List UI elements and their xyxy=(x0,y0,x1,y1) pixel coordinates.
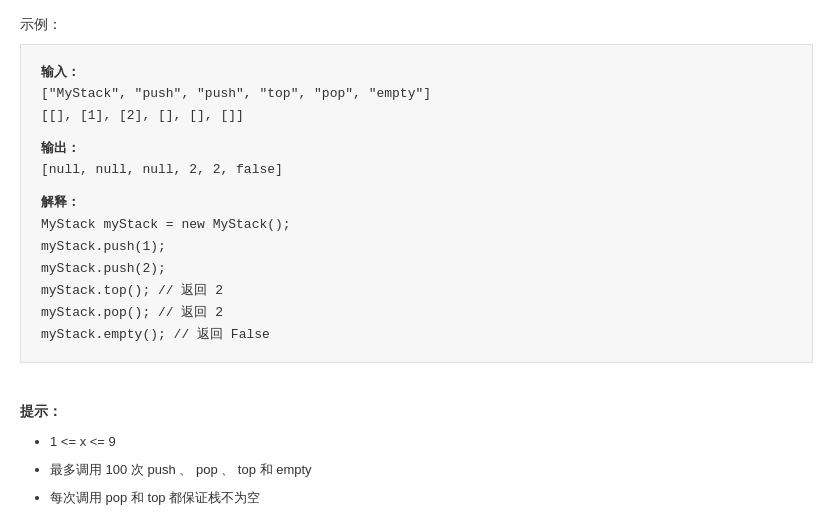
input-line2-text: [[], [1], [2], [], [], []] xyxy=(41,108,244,123)
input-line1: ["MyStack", "push", "push", "top", "pop"… xyxy=(41,83,792,105)
output-label: 输出： xyxy=(41,137,792,159)
input-label-text: 输入： xyxy=(41,64,80,79)
output-line-text: [null, null, null, 2, 2, false] xyxy=(41,162,283,177)
section-title-text: 示例： xyxy=(20,16,62,32)
explain-line-1: myStack.push(1); xyxy=(41,236,792,258)
hints-list: 1 <= x <= 9最多调用 100 次 push 、 pop 、 top 和… xyxy=(20,429,813,511)
explain-line-4: myStack.pop(); // 返回 2 xyxy=(41,302,792,324)
output-label-text: 输出： xyxy=(41,140,80,155)
section-title: 示例： xyxy=(20,16,813,34)
hints-title: 提示： xyxy=(20,403,813,421)
explain-line-3: myStack.top(); // 返回 2 xyxy=(41,280,792,302)
explain-label: 解释： xyxy=(41,191,792,213)
input-line1-text: ["MyStack", "push", "push", "top", "pop"… xyxy=(41,86,431,101)
output-line: [null, null, null, 2, 2, false] xyxy=(41,159,792,181)
explain-line-2: myStack.push(2); xyxy=(41,258,792,280)
explain-lines: MyStack myStack = new MyStack();myStack.… xyxy=(41,214,792,347)
hint-item-2: 每次调用 pop 和 top 都保证栈不为空 xyxy=(50,485,813,511)
input-line2: [[], [1], [2], [], [], []] xyxy=(41,105,792,127)
example-box: 输入： ["MyStack", "push", "push", "top", "… xyxy=(20,44,813,363)
hints-section: 提示： 1 <= x <= 9最多调用 100 次 push 、 pop 、 t… xyxy=(20,403,813,511)
explain-line-5: myStack.empty(); // 返回 False xyxy=(41,324,792,346)
hint-item-0: 1 <= x <= 9 xyxy=(50,429,813,455)
explain-label-text: 解释： xyxy=(41,194,80,209)
explain-line-0: MyStack myStack = new MyStack(); xyxy=(41,214,792,236)
hint-item-1: 最多调用 100 次 push 、 pop 、 top 和 empty xyxy=(50,457,813,483)
hints-title-text: 提示： xyxy=(20,403,62,419)
input-label: 输入： xyxy=(41,61,792,83)
